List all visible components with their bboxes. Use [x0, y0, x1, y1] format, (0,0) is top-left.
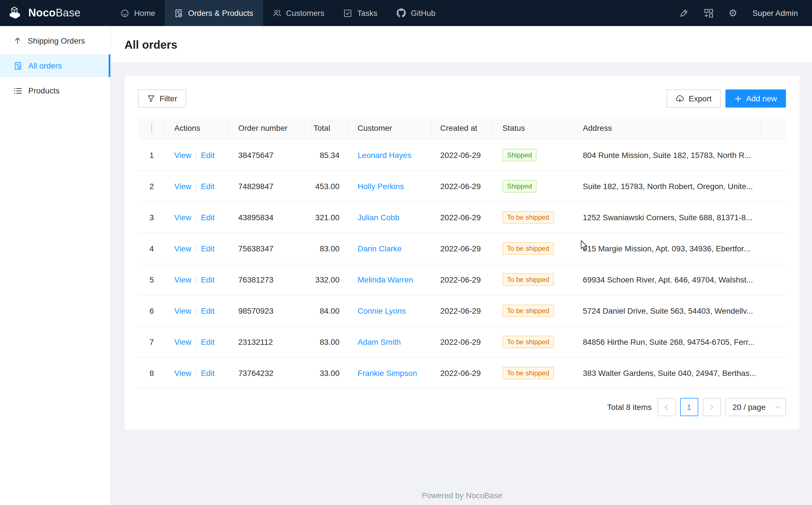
tab-customers[interactable]: Customers — [263, 0, 334, 26]
customer-link[interactable]: Holly Perkins — [358, 182, 404, 191]
export-button[interactable]: Export — [666, 90, 721, 108]
edit-link[interactable]: Edit — [201, 182, 215, 191]
customer-link[interactable]: Frankie Simpson — [358, 368, 417, 378]
column-header-filler — [761, 117, 786, 140]
tab-label: Customers — [286, 8, 324, 18]
view-link[interactable]: View — [174, 182, 191, 191]
toolbar-right-actions: Export Add new — [666, 90, 786, 108]
created-at-cell: 2022-06-29 — [431, 264, 493, 295]
customer-link[interactable]: Melinda Warren — [358, 275, 414, 284]
filler-cell — [761, 295, 786, 326]
row-index: 4 — [138, 233, 165, 264]
table-toolbar: Filter Export — [138, 90, 786, 108]
add-new-button[interactable]: Add new — [725, 90, 786, 108]
view-link[interactable]: View — [174, 368, 191, 378]
status-cell: To be shipped — [493, 233, 574, 264]
select-all-checkbox[interactable] — [151, 123, 152, 133]
orders-card: Filter Export — [124, 76, 800, 430]
table-row: 1 ViewEdit 38475647 85.34 Leonard Hayes … — [138, 140, 786, 171]
row-index: 3 — [138, 202, 165, 233]
customer-link[interactable]: Adam Smith — [358, 337, 401, 346]
sidebar-item-all-orders[interactable]: All orders — [0, 54, 110, 77]
address-cell: 804 Runte Mission, Suite 182, 15783, Nor… — [574, 140, 761, 171]
customer-link[interactable]: Darin Clarke — [358, 244, 402, 253]
customer-cell: Julian Cobb — [348, 202, 431, 233]
smiley-icon — [120, 9, 129, 17]
table-row: 4 ViewEdit 75638347 83.00 Darin Clarke 2… — [138, 233, 786, 264]
status-badge: To be shipped — [503, 274, 554, 286]
pagination-next-button[interactable] — [703, 398, 721, 416]
filter-button[interactable]: Filter — [138, 90, 186, 108]
status-badge: To be shipped — [503, 211, 554, 224]
total-cell: 84.00 — [304, 295, 348, 326]
page-size-select[interactable]: 20 / page — [725, 398, 786, 416]
customer-link[interactable]: Julian Cobb — [358, 213, 399, 222]
status-cell: Shipped — [493, 140, 574, 171]
actions-divider — [196, 214, 196, 222]
pagination-page-1[interactable]: 1 — [680, 398, 698, 416]
view-link[interactable]: View — [174, 337, 191, 346]
tab-orders-products[interactable]: Orders & Products — [165, 0, 263, 26]
status-badge: To be shipped — [503, 367, 554, 379]
view-link[interactable]: View — [174, 151, 191, 160]
customer-link[interactable]: Leonard Hayes — [358, 151, 412, 160]
actions-divider — [196, 276, 196, 284]
tab-github[interactable]: GitHub — [387, 0, 445, 26]
status-badge: Shipped — [503, 149, 536, 161]
edit-link[interactable]: Edit — [201, 213, 215, 222]
view-link[interactable]: View — [174, 244, 191, 253]
view-link[interactable]: View — [174, 213, 191, 222]
check-square-icon — [343, 9, 352, 17]
edit-link[interactable]: Edit — [201, 244, 215, 253]
ui-editor-highlighter-icon[interactable] — [679, 8, 689, 18]
table-body: 1 ViewEdit 38475647 85.34 Leonard Hayes … — [138, 140, 786, 389]
row-index: 7 — [138, 326, 165, 357]
total-cell: 321.00 — [304, 202, 348, 233]
status-cell: To be shipped — [493, 202, 574, 233]
plugin-blocks-icon[interactable] — [704, 8, 713, 18]
edit-link[interactable]: Edit — [201, 275, 215, 284]
file-done-icon — [175, 9, 183, 17]
total-cell: 85.34 — [304, 140, 348, 171]
settings-gear-icon[interactable]: ⚙ — [729, 8, 737, 18]
sidebar-item-shipping-orders[interactable]: Shipping Orders — [0, 29, 110, 52]
customer-link[interactable]: Connie Lyons — [358, 306, 406, 315]
customer-cell: Darin Clarke — [348, 233, 431, 264]
row-actions: ViewEdit — [165, 357, 229, 389]
pagination-prev-button[interactable] — [657, 398, 675, 416]
customer-cell: Leonard Hayes — [348, 140, 431, 171]
edit-link[interactable]: Edit — [201, 151, 215, 160]
order-number-cell: 43895834 — [229, 202, 304, 233]
chevron-right-icon — [709, 404, 715, 410]
nocobase-logo[interactable]: NocoBase — [0, 0, 111, 26]
row-actions: ViewEdit — [165, 326, 229, 357]
status-badge: To be shipped — [503, 336, 554, 348]
filler-cell — [761, 357, 786, 389]
sidebar-item-products[interactable]: Products — [0, 79, 110, 102]
page-size-value: 20 / page — [733, 402, 766, 411]
column-header-address: Address — [574, 117, 761, 140]
view-link[interactable]: View — [174, 275, 191, 284]
status-cell: To be shipped — [493, 264, 574, 295]
customer-cell: Holly Perkins — [348, 171, 431, 202]
app-frame: Shipping Orders All orders — [0, 26, 812, 505]
edit-link[interactable]: Edit — [201, 337, 215, 346]
table-row: 6 ViewEdit 98570923 84.00 Connie Lyons 2… — [138, 295, 786, 326]
tab-tasks[interactable]: Tasks — [334, 0, 387, 26]
address-cell: 84856 Hirthe Run, Suite 268, 94754-6705,… — [574, 326, 761, 357]
view-link[interactable]: View — [174, 306, 191, 315]
pagination-total: Total 8 items — [607, 402, 651, 411]
user-menu[interactable]: Super Admin — [753, 8, 798, 18]
edit-link[interactable]: Edit — [201, 368, 215, 378]
total-cell: 453.00 — [304, 171, 348, 202]
filter-funnel-icon — [147, 95, 155, 103]
row-actions: ViewEdit — [165, 295, 229, 326]
arrow-up-icon — [14, 37, 21, 45]
content-area: Filter Export — [111, 62, 812, 505]
order-number-cell: 75638347 — [229, 233, 304, 264]
tab-home[interactable]: Home — [111, 0, 165, 26]
file-check-icon — [14, 61, 22, 70]
edit-link[interactable]: Edit — [201, 306, 215, 315]
table-row: 5 ViewEdit 76381273 332.00 Melinda Warre… — [138, 264, 786, 295]
column-header-actions: Actions — [165, 117, 229, 140]
